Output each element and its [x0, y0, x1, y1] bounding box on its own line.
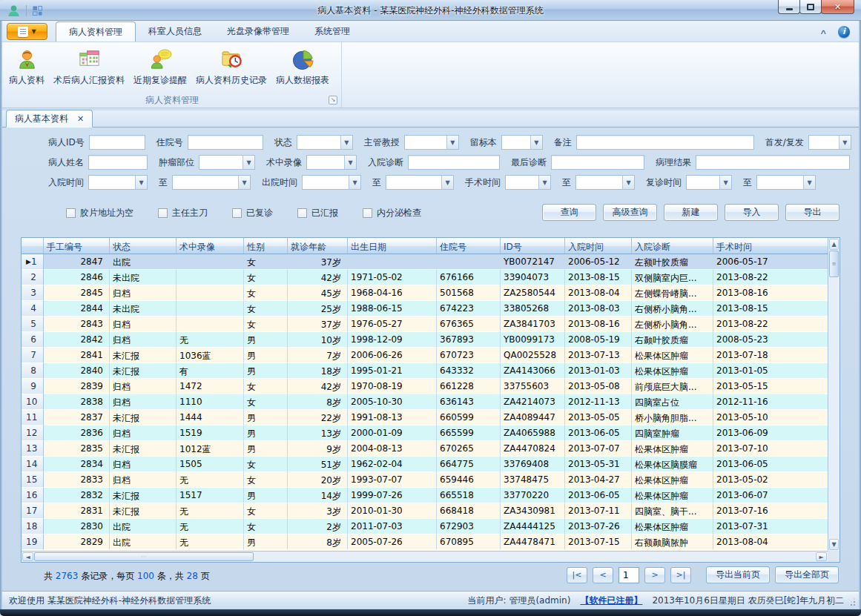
- chevron-down-icon[interactable]: ▼: [340, 136, 352, 149]
- checkbox-2[interactable]: 已复诊: [232, 207, 273, 219]
- table-row[interactable]: 62842归档无男10岁1998-12-09367893YB0099173200…: [22, 332, 828, 348]
- column-header-8[interactable]: ID号: [501, 238, 565, 254]
- table-row[interactable]: 32845归档女45岁1968-04-16501568ZA25805442013…: [22, 285, 828, 301]
- ribbon-tab-2[interactable]: 光盘录像带管理: [214, 21, 302, 42]
- filter-combo[interactable]: ▼: [297, 135, 353, 150]
- column-header-2[interactable]: 状态: [110, 238, 177, 254]
- filter-input[interactable]: [696, 155, 850, 170]
- checkbox-box[interactable]: [66, 208, 76, 218]
- filter-combo[interactable]: ▼: [199, 155, 255, 170]
- info-icon[interactable]: i: [838, 26, 850, 38]
- action-button-2[interactable]: 新建: [664, 204, 718, 221]
- pager-prev-button[interactable]: <: [593, 567, 613, 583]
- filter-combo[interactable]: ▼: [88, 175, 148, 190]
- column-header-9[interactable]: 入院时间: [565, 238, 632, 254]
- filter-combo[interactable]: ▼: [386, 175, 454, 190]
- table-row[interactable]: 152833归档无女20岁1993-07-0765944633748475201…: [22, 472, 828, 488]
- filter-combo[interactable]: ▼: [808, 135, 851, 150]
- dialog-launcher-icon[interactable]: ↘: [329, 96, 337, 105]
- column-header-1[interactable]: 手工编号: [44, 238, 110, 254]
- resize-grip[interactable]: [848, 599, 855, 606]
- close-button[interactable]: ✕: [821, 0, 854, 14]
- ribbon-button-patient-person[interactable]: 病人资料: [5, 45, 48, 88]
- table-row[interactable]: 172831未汇报无女3岁2010-01-30668418ZA343098120…: [22, 503, 828, 519]
- table-row[interactable]: 182830出院无女2岁2011-07-03672903ZA4444125201…: [22, 519, 828, 534]
- column-header-3[interactable]: 术中录像: [177, 238, 244, 254]
- pager-first-button[interactable]: |<: [567, 567, 587, 583]
- filter-combo[interactable]: ▼: [575, 175, 635, 190]
- checkbox-4[interactable]: 内分泌检查: [363, 207, 421, 219]
- filter-input[interactable]: [576, 135, 754, 150]
- checkbox-3[interactable]: 已汇报: [297, 207, 338, 219]
- pager-last-button[interactable]: >|: [670, 567, 691, 583]
- horizontal-scroll-thumb[interactable]: ⋯: [34, 552, 254, 561]
- chevron-down-icon[interactable]: ▼: [719, 176, 731, 189]
- table-row[interactable]: 132835未汇报1012蓝男9岁2004-08-13670265ZA44708…: [22, 441, 828, 457]
- table-row[interactable]: ▶12847出院女37岁YB00721472006-05-12左额叶胶质瘤200…: [22, 254, 828, 270]
- table-row[interactable]: 122836归档1519男13岁2000-01-09665599ZA406598…: [22, 425, 828, 441]
- minimize-button[interactable]: [778, 0, 800, 14]
- chevron-down-icon[interactable]: ▼: [622, 176, 634, 189]
- column-header-6[interactable]: 出生日期: [348, 238, 437, 254]
- action-button-0[interactable]: 查询: [542, 204, 596, 221]
- filter-combo[interactable]: ▼: [501, 135, 543, 150]
- ribbon-button-person-reminder[interactable]: 近期复诊提醒: [130, 45, 191, 88]
- scroll-down-icon[interactable]: ▼: [829, 539, 839, 550]
- close-tab-icon[interactable]: ✕: [77, 114, 84, 124]
- chevron-down-icon[interactable]: ▼: [530, 136, 542, 149]
- chevron-down-icon[interactable]: ▼: [446, 136, 458, 149]
- export-all-pages-button[interactable]: 导出全部页: [775, 566, 839, 583]
- action-button-1[interactable]: 高级查询: [603, 204, 657, 221]
- table-row[interactable]: 72841未汇报1036蓝男7岁2006-06-26670723QA002552…: [22, 348, 828, 363]
- scroll-up-icon[interactable]: ▲: [829, 239, 839, 250]
- chevron-down-icon[interactable]: ▼: [441, 176, 453, 189]
- table-row[interactable]: 52843归档女37岁1976-05-27676365ZA38417032013…: [22, 317, 828, 332]
- scroll-right-icon[interactable]: ►: [816, 552, 827, 561]
- vertical-scroll-thumb[interactable]: ≡: [829, 251, 839, 277]
- document-tab[interactable]: 病人基本资料 ✕: [6, 110, 93, 127]
- column-header-7[interactable]: 住院号: [437, 238, 501, 254]
- column-header-0[interactable]: [22, 238, 44, 254]
- checkbox-box[interactable]: [297, 208, 307, 218]
- chevron-down-icon[interactable]: ▼: [238, 176, 250, 189]
- vertical-scrollbar[interactable]: ▲ ≡ ▼: [828, 238, 839, 551]
- filter-input[interactable]: [188, 135, 263, 150]
- filter-input[interactable]: [88, 155, 148, 170]
- checkbox-0[interactable]: 胶片地址为空: [66, 207, 133, 219]
- filter-input[interactable]: [408, 155, 500, 170]
- filter-combo[interactable]: ▼: [756, 175, 816, 190]
- chevron-down-icon[interactable]: ▼: [538, 176, 550, 189]
- pager-next-button[interactable]: >: [644, 567, 665, 583]
- filter-input[interactable]: [89, 135, 145, 150]
- horizontal-scrollbar[interactable]: ◄ ⋯ ►: [22, 551, 828, 562]
- maximize-button[interactable]: [799, 0, 822, 14]
- table-row[interactable]: 142834归档1505女51岁1962-02-0466477533769408…: [22, 457, 828, 472]
- filter-combo[interactable]: ▼: [404, 135, 459, 150]
- chevron-down-icon[interactable]: ▼: [349, 176, 360, 189]
- ribbon-button-pie-chart[interactable]: 病人数据报表: [272, 45, 333, 88]
- chevron-down-icon[interactable]: ▼: [839, 136, 851, 149]
- filter-input[interactable]: [551, 155, 644, 170]
- action-button-4[interactable]: 导出: [785, 204, 839, 221]
- column-header-4[interactable]: 性别: [244, 238, 288, 254]
- ribbon-button-folder-history[interactable]: 病人资料历史记录: [192, 45, 271, 88]
- application-menu-button[interactable]: ▼: [7, 23, 47, 40]
- collapse-ribbon-icon[interactable]: ∧: [819, 28, 828, 36]
- filter-combo[interactable]: ▼: [686, 175, 732, 190]
- filter-combo[interactable]: ▼: [302, 175, 361, 190]
- ribbon-tab-3[interactable]: 系统管理: [302, 21, 363, 42]
- chevron-down-icon[interactable]: ▼: [135, 176, 147, 189]
- table-row[interactable]: 42844未出院女25岁1988-06-15674223338052682013…: [22, 301, 828, 317]
- ribbon-tab-0[interactable]: 病人资料管理: [56, 21, 136, 42]
- table-row[interactable]: 22846未出院女42岁1971-05-02676166339040732013…: [22, 270, 828, 285]
- ribbon-button-calendar-report[interactable]: 术后病人汇报资料: [50, 45, 128, 88]
- chevron-down-icon[interactable]: ▼: [344, 156, 356, 169]
- table-row[interactable]: 112837未汇报1444男22岁1991-08-13660599ZA40894…: [22, 410, 828, 425]
- chevron-down-icon[interactable]: ▼: [803, 176, 815, 189]
- table-row[interactable]: 192829出院无男8岁2005-07-26670895ZA4478471201…: [22, 534, 828, 550]
- table-row[interactable]: 102838归档1110女8岁2005-10-30636143ZA4214073…: [22, 394, 828, 410]
- table-row[interactable]: 162832未汇报1517男14岁1999-07-266655183377022…: [22, 488, 828, 503]
- page-number-input[interactable]: [618, 567, 639, 583]
- filter-combo[interactable]: ▼: [172, 175, 251, 190]
- checkbox-box[interactable]: [232, 208, 242, 218]
